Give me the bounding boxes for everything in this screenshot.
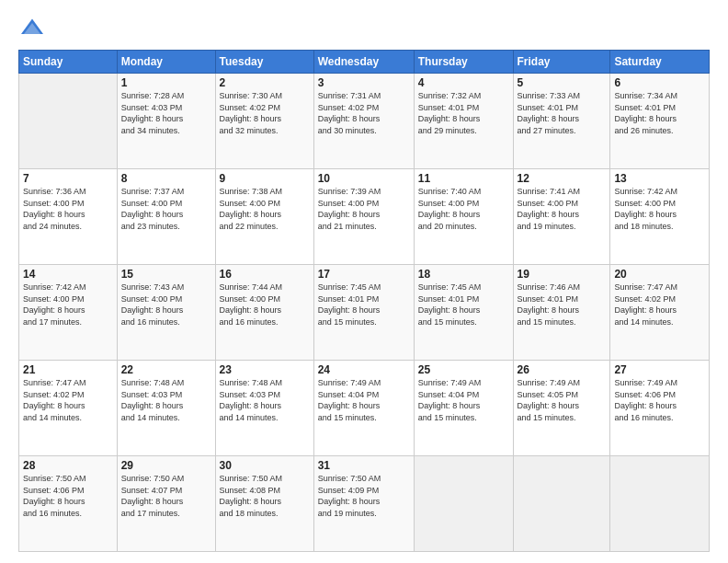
weekday-header-thursday: Thursday xyxy=(414,51,513,74)
day-number: 30 xyxy=(220,459,310,472)
calendar-cell xyxy=(19,74,118,169)
day-number: 9 xyxy=(220,172,310,185)
calendar-cell: 17Sunrise: 7:45 AM Sunset: 4:01 PM Dayli… xyxy=(313,265,414,361)
weekday-header-tuesday: Tuesday xyxy=(215,51,313,74)
day-info: Sunrise: 7:46 AM Sunset: 4:01 PM Dayligh… xyxy=(518,282,607,327)
day-info: Sunrise: 7:50 AM Sunset: 4:09 PM Dayligh… xyxy=(318,473,410,519)
day-number: 14 xyxy=(23,268,113,281)
calendar-cell: 12Sunrise: 7:41 AM Sunset: 4:00 PM Dayli… xyxy=(513,169,610,265)
day-info: Sunrise: 7:48 AM Sunset: 4:03 PM Dayligh… xyxy=(220,377,310,423)
day-number: 10 xyxy=(318,172,410,185)
calendar-cell: 15Sunrise: 7:43 AM Sunset: 4:00 PM Dayli… xyxy=(117,265,215,361)
day-info: Sunrise: 7:50 AM Sunset: 4:07 PM Dayligh… xyxy=(121,473,211,519)
day-number: 29 xyxy=(121,459,211,472)
day-number: 26 xyxy=(518,363,607,376)
calendar-week-1: 1Sunrise: 7:28 AM Sunset: 4:03 PM Daylig… xyxy=(19,74,710,169)
day-number: 5 xyxy=(518,76,607,89)
day-info: Sunrise: 7:31 AM Sunset: 4:02 PM Dayligh… xyxy=(318,90,410,136)
day-info: Sunrise: 7:37 AM Sunset: 4:00 PM Dayligh… xyxy=(121,186,211,232)
day-info: Sunrise: 7:28 AM Sunset: 4:03 PM Dayligh… xyxy=(121,90,211,136)
weekday-row: SundayMondayTuesdayWednesdayThursdayFrid… xyxy=(19,51,710,74)
day-info: Sunrise: 7:49 AM Sunset: 4:05 PM Dayligh… xyxy=(518,377,607,423)
calendar-cell: 19Sunrise: 7:46 AM Sunset: 4:01 PM Dayli… xyxy=(513,265,610,361)
calendar-cell: 5Sunrise: 7:33 AM Sunset: 4:01 PM Daylig… xyxy=(513,74,610,169)
day-info: Sunrise: 7:30 AM Sunset: 4:02 PM Dayligh… xyxy=(220,90,310,136)
day-info: Sunrise: 7:44 AM Sunset: 4:00 PM Dayligh… xyxy=(220,282,310,327)
day-number: 24 xyxy=(318,363,410,376)
calendar-cell xyxy=(513,456,610,552)
calendar-cell: 18Sunrise: 7:45 AM Sunset: 4:01 PM Dayli… xyxy=(414,265,513,361)
day-info: Sunrise: 7:43 AM Sunset: 4:00 PM Dayligh… xyxy=(121,282,211,327)
day-info: Sunrise: 7:50 AM Sunset: 4:06 PM Dayligh… xyxy=(23,473,113,519)
day-number: 20 xyxy=(614,268,705,281)
day-number: 27 xyxy=(614,363,705,376)
calendar-cell: 31Sunrise: 7:50 AM Sunset: 4:09 PM Dayli… xyxy=(313,456,414,552)
day-number: 19 xyxy=(518,268,607,281)
day-number: 25 xyxy=(418,363,509,376)
calendar-header: SundayMondayTuesdayWednesdayThursdayFrid… xyxy=(19,51,710,74)
day-number: 7 xyxy=(23,172,113,185)
day-info: Sunrise: 7:49 AM Sunset: 4:06 PM Dayligh… xyxy=(614,377,705,423)
calendar-cell: 4Sunrise: 7:32 AM Sunset: 4:01 PM Daylig… xyxy=(414,74,513,169)
calendar-cell: 28Sunrise: 7:50 AM Sunset: 4:06 PM Dayli… xyxy=(19,456,118,552)
logo xyxy=(18,15,50,42)
day-number: 12 xyxy=(518,172,607,185)
calendar-cell: 30Sunrise: 7:50 AM Sunset: 4:08 PM Dayli… xyxy=(215,456,313,552)
day-info: Sunrise: 7:36 AM Sunset: 4:00 PM Dayligh… xyxy=(23,186,113,232)
day-number: 2 xyxy=(220,76,310,89)
page: SundayMondayTuesdayWednesdayThursdayFrid… xyxy=(0,0,728,563)
day-info: Sunrise: 7:49 AM Sunset: 4:04 PM Dayligh… xyxy=(318,377,410,423)
day-number: 3 xyxy=(318,76,410,89)
day-number: 1 xyxy=(121,76,211,89)
calendar-cell: 21Sunrise: 7:47 AM Sunset: 4:02 PM Dayli… xyxy=(19,361,118,456)
calendar-cell: 26Sunrise: 7:49 AM Sunset: 4:05 PM Dayli… xyxy=(513,361,610,456)
day-info: Sunrise: 7:48 AM Sunset: 4:03 PM Dayligh… xyxy=(121,377,211,423)
calendar-week-5: 28Sunrise: 7:50 AM Sunset: 4:06 PM Dayli… xyxy=(19,456,710,552)
calendar-week-4: 21Sunrise: 7:47 AM Sunset: 4:02 PM Dayli… xyxy=(19,361,710,456)
day-info: Sunrise: 7:34 AM Sunset: 4:01 PM Dayligh… xyxy=(614,90,705,136)
day-number: 17 xyxy=(318,268,410,281)
calendar-cell: 24Sunrise: 7:49 AM Sunset: 4:04 PM Dayli… xyxy=(313,361,414,456)
day-info: Sunrise: 7:47 AM Sunset: 4:02 PM Dayligh… xyxy=(614,282,705,327)
weekday-header-wednesday: Wednesday xyxy=(313,51,414,74)
calendar-cell: 1Sunrise: 7:28 AM Sunset: 4:03 PM Daylig… xyxy=(117,74,215,169)
day-info: Sunrise: 7:49 AM Sunset: 4:04 PM Dayligh… xyxy=(418,377,509,423)
calendar-cell: 2Sunrise: 7:30 AM Sunset: 4:02 PM Daylig… xyxy=(215,74,313,169)
day-info: Sunrise: 7:38 AM Sunset: 4:00 PM Dayligh… xyxy=(220,186,310,232)
day-info: Sunrise: 7:32 AM Sunset: 4:01 PM Dayligh… xyxy=(418,90,509,136)
calendar-cell: 8Sunrise: 7:37 AM Sunset: 4:00 PM Daylig… xyxy=(117,169,215,265)
day-number: 11 xyxy=(418,172,509,185)
day-info: Sunrise: 7:42 AM Sunset: 4:00 PM Dayligh… xyxy=(23,282,113,327)
weekday-header-sunday: Sunday xyxy=(19,51,118,74)
calendar-cell: 14Sunrise: 7:42 AM Sunset: 4:00 PM Dayli… xyxy=(19,265,118,361)
day-number: 4 xyxy=(418,76,509,89)
calendar-cell: 11Sunrise: 7:40 AM Sunset: 4:00 PM Dayli… xyxy=(414,169,513,265)
day-info: Sunrise: 7:40 AM Sunset: 4:00 PM Dayligh… xyxy=(418,186,509,232)
header xyxy=(18,15,710,42)
calendar-cell: 27Sunrise: 7:49 AM Sunset: 4:06 PM Dayli… xyxy=(610,361,710,456)
day-info: Sunrise: 7:41 AM Sunset: 4:00 PM Dayligh… xyxy=(518,186,607,232)
calendar-cell: 13Sunrise: 7:42 AM Sunset: 4:00 PM Dayli… xyxy=(610,169,710,265)
weekday-header-monday: Monday xyxy=(117,51,215,74)
logo-icon xyxy=(18,15,46,42)
calendar-body: 1Sunrise: 7:28 AM Sunset: 4:03 PM Daylig… xyxy=(19,74,710,552)
day-info: Sunrise: 7:33 AM Sunset: 4:01 PM Dayligh… xyxy=(518,90,607,136)
weekday-header-friday: Friday xyxy=(513,51,610,74)
calendar-cell: 3Sunrise: 7:31 AM Sunset: 4:02 PM Daylig… xyxy=(313,74,414,169)
calendar-week-2: 7Sunrise: 7:36 AM Sunset: 4:00 PM Daylig… xyxy=(19,169,710,265)
day-info: Sunrise: 7:39 AM Sunset: 4:00 PM Dayligh… xyxy=(318,186,410,232)
calendar-cell: 20Sunrise: 7:47 AM Sunset: 4:02 PM Dayli… xyxy=(610,265,710,361)
day-number: 23 xyxy=(220,363,310,376)
calendar-cell: 29Sunrise: 7:50 AM Sunset: 4:07 PM Dayli… xyxy=(117,456,215,552)
calendar-cell: 23Sunrise: 7:48 AM Sunset: 4:03 PM Dayli… xyxy=(215,361,313,456)
calendar-cell: 7Sunrise: 7:36 AM Sunset: 4:00 PM Daylig… xyxy=(19,169,118,265)
calendar: SundayMondayTuesdayWednesdayThursdayFrid… xyxy=(18,50,710,552)
calendar-cell: 6Sunrise: 7:34 AM Sunset: 4:01 PM Daylig… xyxy=(610,74,710,169)
day-info: Sunrise: 7:47 AM Sunset: 4:02 PM Dayligh… xyxy=(23,377,113,423)
day-number: 22 xyxy=(121,363,211,376)
day-number: 16 xyxy=(220,268,310,281)
day-number: 18 xyxy=(418,268,509,281)
day-number: 13 xyxy=(614,172,705,185)
day-info: Sunrise: 7:50 AM Sunset: 4:08 PM Dayligh… xyxy=(220,473,310,519)
calendar-cell: 10Sunrise: 7:39 AM Sunset: 4:00 PM Dayli… xyxy=(313,169,414,265)
